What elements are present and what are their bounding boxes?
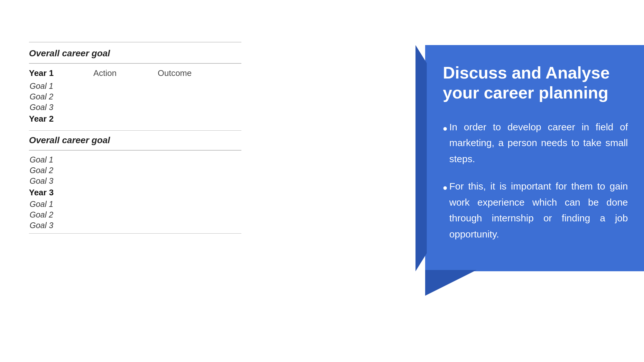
section-2: Overall career goal Goal 1 Goal 2 Goal 3… bbox=[29, 135, 241, 234]
col-action-header: Action bbox=[93, 68, 158, 78]
year3-goal3: Goal 3 bbox=[29, 221, 241, 230]
year1-goal2: Goal 2 bbox=[29, 92, 241, 101]
card-title: Discuss and Analyse your career planning bbox=[443, 63, 628, 103]
bullet-text-1: In order to develop career in field of m… bbox=[449, 119, 628, 167]
top-divider bbox=[29, 42, 241, 42]
section-1: Overall career goal Year 1 Action Outcom… bbox=[29, 48, 241, 124]
section2-title: Overall career goal bbox=[29, 135, 241, 145]
bullet-1: • In order to develop career in field of… bbox=[443, 119, 628, 167]
year2-goal3: Goal 3 bbox=[29, 176, 241, 186]
bullet-text-2: For this, it is important for them to ga… bbox=[449, 178, 628, 242]
left-accent-tab bbox=[415, 45, 427, 271]
year3-goal1: Goal 1 bbox=[29, 200, 241, 209]
blue-card-wrapper: Discuss and Analyse your career planning… bbox=[425, 45, 644, 271]
year3-goal2: Goal 2 bbox=[29, 210, 241, 219]
slide-container: Overall career goal Year 1 Action Outcom… bbox=[0, 0, 644, 362]
section1-divider bbox=[29, 63, 241, 64]
section1-title: Overall career goal bbox=[29, 48, 241, 59]
bullet-dot-1: • bbox=[443, 119, 447, 138]
left-panel: Overall career goal Year 1 Action Outcom… bbox=[29, 42, 241, 240]
year2-goal2: Goal 2 bbox=[29, 166, 241, 175]
bullet-2: • For this, it is important for them to … bbox=[443, 178, 628, 242]
blue-card: Discuss and Analyse your career planning… bbox=[425, 45, 644, 271]
col-year-header: Year 1 bbox=[29, 68, 93, 78]
bottom-divider bbox=[29, 233, 241, 234]
section2-divider bbox=[29, 150, 241, 151]
mid-divider bbox=[29, 130, 241, 131]
year1-goal1: Goal 1 bbox=[29, 81, 241, 91]
bullet-dot-2: • bbox=[443, 178, 447, 198]
card-bottom-tab bbox=[425, 270, 477, 296]
table-header: Year 1 Action Outcome bbox=[29, 68, 241, 78]
year1-goal3: Goal 3 bbox=[29, 103, 241, 112]
year3-label: Year 3 bbox=[29, 188, 241, 198]
year2-label: Year 2 bbox=[29, 114, 241, 124]
svg-marker-0 bbox=[425, 270, 477, 296]
year2-goal1: Goal 1 bbox=[29, 155, 241, 164]
col-outcome-header: Outcome bbox=[158, 68, 222, 78]
